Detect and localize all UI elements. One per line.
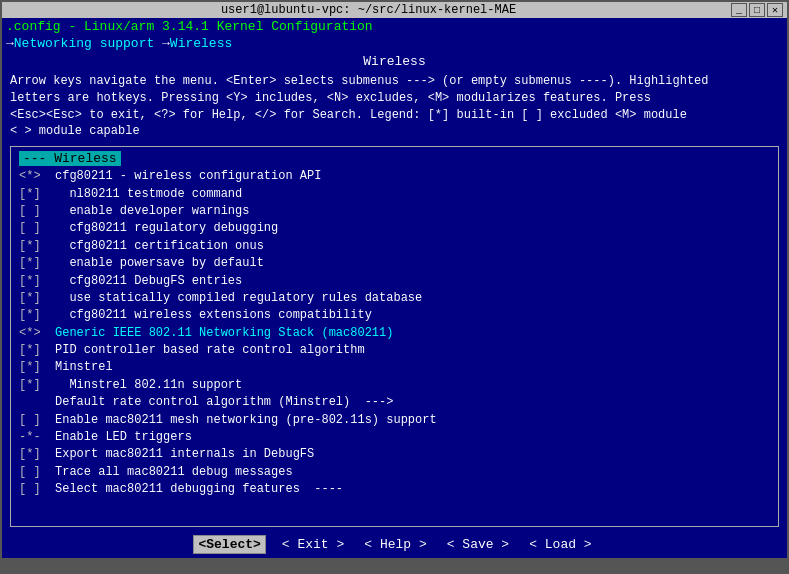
- main-window: user1@lubuntu-vpc: ~/src/linux-kernel-MA…: [0, 0, 789, 574]
- title-bar-text: user1@lubuntu-vpc: ~/src/linux-kernel-MA…: [6, 3, 731, 17]
- list-item[interactable]: [ ] Trace all mac80211 debug messages: [11, 464, 778, 481]
- help-button[interactable]: < Help >: [360, 536, 430, 553]
- list-item[interactable]: [*] Minstrel 802.11n support: [11, 377, 778, 394]
- list-item[interactable]: Default rate control algorithm (Minstrel…: [11, 394, 778, 411]
- breadcrumb-bar: →Networking support →Wireless: [2, 35, 787, 52]
- exit-button[interactable]: < Exit >: [278, 536, 348, 553]
- help-line-1: Arrow keys navigate the menu. <Enter> se…: [10, 73, 779, 90]
- list-item[interactable]: [ ] cfg80211 regulatory debugging: [11, 220, 778, 237]
- menu-box[interactable]: --- Wireless <*> cfg80211 - wireless con…: [10, 146, 779, 527]
- list-item[interactable]: -*- Enable LED triggers: [11, 429, 778, 446]
- list-item[interactable]: [*] cfg80211 DebugFS entries: [11, 273, 778, 290]
- menu-header: --- Wireless: [11, 151, 778, 166]
- breadcrumb-text: →Networking support →Wireless: [6, 36, 232, 51]
- minimize-button[interactable]: _: [731, 3, 747, 17]
- bottom-bar: [2, 558, 787, 572]
- close-button[interactable]: ✕: [767, 3, 783, 17]
- list-item[interactable]: [*] Minstrel: [11, 359, 778, 376]
- list-item[interactable]: [ ] enable developer warnings: [11, 203, 778, 220]
- maximize-button[interactable]: □: [749, 3, 765, 17]
- list-item[interactable]: [ ] Enable mac80211 mesh networking (pre…: [11, 412, 778, 429]
- list-item[interactable]: [*] enable powersave by default: [11, 255, 778, 272]
- menu-bar: .config - Linux/arm 3.14.1 Kernel Config…: [2, 18, 787, 35]
- title-bar-buttons: _ □ ✕: [731, 3, 783, 17]
- help-line-2: letters are hotkeys. Pressing <Y> includ…: [10, 90, 779, 107]
- menu-bar-text: .config - Linux/arm 3.14.1 Kernel Config…: [6, 19, 373, 34]
- main-content: Wireless Arrow keys navigate the menu. <…: [2, 52, 787, 558]
- help-line-3: <Esc><Esc> to exit, <?> for Help, </> fo…: [10, 107, 779, 124]
- menu-title-selected: --- Wireless: [19, 151, 121, 166]
- list-item[interactable]: [*] cfg80211 certification onus: [11, 238, 778, 255]
- list-item[interactable]: [*] nl80211 testmode command: [11, 186, 778, 203]
- load-button[interactable]: < Load >: [525, 536, 595, 553]
- list-item[interactable]: <*> Generic IEEE 802.11 Networking Stack…: [11, 325, 778, 342]
- list-item[interactable]: [ ] Select mac80211 debugging features -…: [11, 481, 778, 498]
- list-item[interactable]: [*] Export mac80211 internals in DebugFS: [11, 446, 778, 463]
- help-text: Arrow keys navigate the menu. <Enter> se…: [2, 71, 787, 142]
- title-bar: user1@lubuntu-vpc: ~/src/linux-kernel-MA…: [2, 2, 787, 18]
- breadcrumb-link2[interactable]: Wireless: [170, 36, 232, 51]
- footer: <Select> < Exit > < Help > < Save > < Lo…: [2, 531, 787, 558]
- help-line-4: < > module capable: [10, 123, 779, 140]
- list-item[interactable]: [*] PID controller based rate control al…: [11, 342, 778, 359]
- list-item[interactable]: [*] use statically compiled regulatory r…: [11, 290, 778, 307]
- breadcrumb-link1[interactable]: Networking support: [14, 36, 154, 51]
- section-title: Wireless: [2, 52, 787, 71]
- list-item[interactable]: [*] cfg80211 wireless extensions compati…: [11, 307, 778, 324]
- select-button[interactable]: <Select>: [193, 535, 265, 554]
- save-button[interactable]: < Save >: [443, 536, 513, 553]
- list-item[interactable]: <*> cfg80211 - wireless configuration AP…: [11, 168, 778, 185]
